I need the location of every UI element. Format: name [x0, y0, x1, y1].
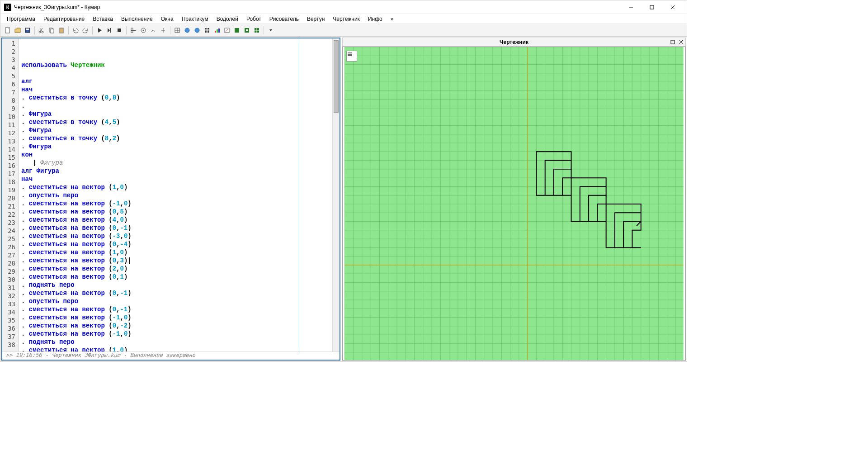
- undo-button[interactable]: [71, 26, 80, 35]
- window-title: Чертежник_3Фигуры.kum* - Кумир: [14, 4, 621, 10]
- globe-icon[interactable]: [183, 26, 192, 35]
- window-controls: [621, 0, 683, 14]
- menu-item[interactable]: Робот: [243, 15, 265, 23]
- drawer-pane: Чертежник: [342, 38, 686, 361]
- stop-button[interactable]: [115, 26, 124, 35]
- code-line[interactable]: . сместиться в точку (4,5): [21, 118, 330, 126]
- editor-pane: 1234567891011121314151617181920212223242…: [1, 38, 340, 361]
- menu-item[interactable]: Чертежник: [329, 15, 363, 23]
- panel-maximize-icon[interactable]: [669, 38, 676, 46]
- code-line[interactable]: . сместиться на вектор (1,0): [21, 183, 330, 191]
- code-line[interactable]: нач: [21, 86, 330, 94]
- close-button[interactable]: [662, 0, 683, 14]
- panel-close-icon[interactable]: [677, 38, 684, 46]
- tool-icon[interactable]: [159, 26, 168, 35]
- code-line[interactable]: . сместиться на вектор (0,-1): [21, 289, 330, 297]
- code-line[interactable]: . сместиться на вектор (0,1): [21, 273, 330, 281]
- grid-icon[interactable]: [173, 26, 182, 35]
- menu-item[interactable]: Водолей: [213, 15, 242, 23]
- cut-button[interactable]: [37, 26, 46, 35]
- maximize-button[interactable]: [642, 0, 662, 14]
- line-number: 36: [2, 324, 15, 332]
- code-line[interactable]: . поднять перо: [21, 281, 330, 289]
- canvas-menu-icon[interactable]: [346, 51, 357, 62]
- menu-item[interactable]: Практикум: [178, 15, 212, 23]
- globe-icon[interactable]: [193, 26, 202, 35]
- code-line[interactable]: . сместиться на вектор (-1,0): [21, 330, 330, 338]
- line-number: 4: [2, 64, 15, 72]
- paste-button[interactable]: [57, 26, 66, 35]
- tool-icon[interactable]: [252, 26, 261, 35]
- separator: [92, 26, 93, 34]
- menu-item[interactable]: Выполнение: [118, 15, 156, 23]
- minimize-button[interactable]: [621, 0, 642, 14]
- open-file-button[interactable]: [13, 26, 22, 35]
- line-number: 13: [2, 137, 15, 145]
- code-line[interactable]: . сместиться на вектор (-1,0): [21, 314, 330, 322]
- svg-rect-6: [26, 28, 29, 30]
- save-button[interactable]: [23, 26, 32, 35]
- status-line: >> 19:16:56 - Чертежник_3Фигуры.kum - Вы…: [2, 352, 340, 360]
- code-line[interactable]: . сместиться на вектор (0,-1): [21, 305, 330, 314]
- line-number: 22: [2, 210, 15, 218]
- drawing-canvas[interactable]: [342, 47, 686, 361]
- code-line[interactable]: . сместиться на вектор (0,5): [21, 208, 330, 216]
- code-line[interactable]: . поднять перо: [21, 338, 330, 346]
- separator: [34, 26, 35, 34]
- line-number: 24: [2, 227, 15, 235]
- copy-button[interactable]: [47, 26, 56, 35]
- line-number: 35: [2, 316, 15, 324]
- code-line[interactable]: . сместиться на вектор (0,-1): [21, 224, 330, 232]
- code-line[interactable]: . сместиться на вектор (0,-2): [21, 322, 330, 330]
- tool-icon[interactable]: [232, 26, 241, 35]
- code-line[interactable]: . сместиться на вектор (0,-4): [21, 240, 330, 248]
- menu-item[interactable]: Окна: [157, 15, 177, 23]
- line-number: 9: [2, 104, 15, 113]
- code-line[interactable]: . опустить перо: [21, 297, 330, 305]
- dropdown-icon[interactable]: [266, 26, 275, 35]
- run-button[interactable]: [95, 26, 104, 35]
- tool-icon[interactable]: [149, 26, 158, 35]
- code-line[interactable]: алг Фигура: [21, 167, 330, 175]
- menu-item[interactable]: Инфо: [364, 15, 386, 23]
- code-line[interactable]: [21, 69, 330, 77]
- menu-item[interactable]: Вертун: [303, 15, 328, 23]
- tool-icon[interactable]: [139, 26, 148, 35]
- menu-item[interactable]: Рисователь: [266, 15, 302, 23]
- code-line[interactable]: . сместиться на вектор (4,0): [21, 216, 330, 224]
- chart-icon[interactable]: [212, 26, 222, 35]
- tool-icon[interactable]: [129, 26, 138, 35]
- menu-item[interactable]: »: [387, 15, 397, 23]
- vertical-scrollbar[interactable]: [332, 38, 340, 352]
- code-line[interactable]: использовать Чертежник: [21, 61, 330, 69]
- code-editor[interactable]: использовать Чертежникалгнач. сместиться…: [19, 38, 332, 352]
- code-line[interactable]: . сместиться на вектор (1,0): [21, 346, 330, 352]
- code-line[interactable]: . сместиться на вектор (2,0): [21, 265, 330, 273]
- code-line[interactable]: . опустить перо: [21, 191, 330, 200]
- menu-item[interactable]: Редактирование: [40, 15, 88, 23]
- code-line[interactable]: . Фигура: [21, 126, 330, 134]
- redo-button[interactable]: [81, 26, 90, 35]
- new-file-button[interactable]: [3, 26, 12, 35]
- code-line[interactable]: кон: [21, 151, 330, 159]
- scrollbar-thumb[interactable]: [334, 40, 339, 113]
- table-icon[interactable]: [203, 26, 212, 35]
- menu-item[interactable]: Вставка: [89, 15, 117, 23]
- code-line[interactable]: . сместиться в точку (8,2): [21, 134, 330, 142]
- step-button[interactable]: [105, 26, 114, 35]
- code-line[interactable]: . сместиться на вектор (-1,0): [21, 200, 330, 208]
- menu-item[interactable]: Программа: [3, 15, 39, 23]
- code-line[interactable]: алг: [21, 77, 330, 86]
- code-line[interactable]: | Фигура: [21, 159, 330, 167]
- code-line[interactable]: . сместиться в точку (0,8): [21, 94, 330, 102]
- code-line[interactable]: нач: [21, 175, 330, 183]
- code-line[interactable]: . сместиться на вектор (1,0): [21, 248, 330, 256]
- code-line[interactable]: . Фигура: [21, 110, 330, 118]
- paint-icon[interactable]: [222, 26, 231, 35]
- tool-icon[interactable]: [242, 26, 251, 35]
- code-line[interactable]: . сместиться на вектор (0,3)|: [21, 256, 330, 265]
- code-line[interactable]: . сместиться на вектор (-3,0): [21, 232, 330, 240]
- drawing-svg: [343, 47, 685, 360]
- code-line[interactable]: . Фигура: [21, 142, 330, 151]
- code-line[interactable]: .: [21, 102, 330, 110]
